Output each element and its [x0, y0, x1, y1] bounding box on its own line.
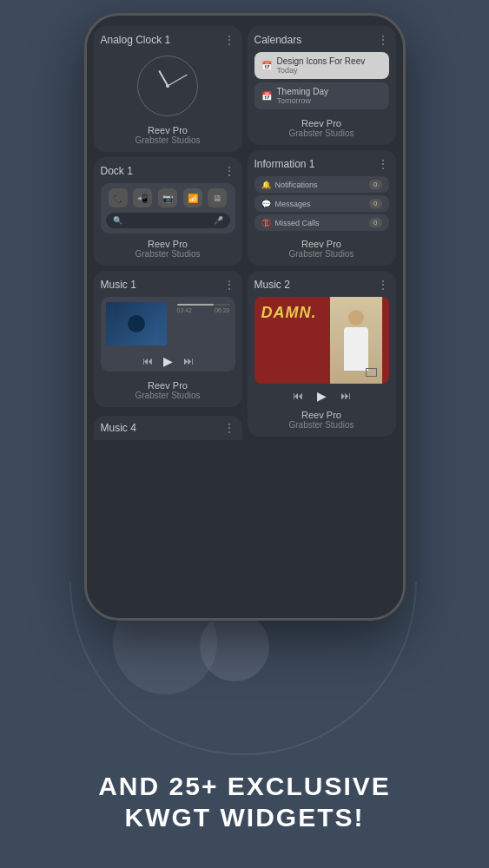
phone-screen: Analog Clock 1 ⋮ Reev Pro Grabster Studi…: [87, 16, 403, 618]
music1-play-button[interactable]: ▶: [163, 354, 173, 368]
right-column: Calendars ⋮ 📅 Design Icons For Reev Toda…: [248, 26, 396, 611]
music2-footer-sub: Grabster Studios: [254, 420, 389, 430]
dock-menu-icon[interactable]: ⋮: [223, 164, 235, 178]
calendars-footer: Reev Pro Grabster Studios: [254, 113, 389, 138]
music4-menu-icon[interactable]: ⋮: [223, 421, 235, 435]
clock-minute-hand: [168, 75, 188, 87]
dock-icon-browser[interactable]: 🖥: [208, 188, 227, 207]
music1-player: 03:42 06:20 ⏮ ▶ ⏭: [101, 297, 235, 372]
calendars-title: Calendars: [254, 34, 302, 46]
missed-calls-icon: 📵: [261, 219, 271, 227]
music2-title: Music 2: [254, 279, 290, 291]
dock-header: Dock 1 ⋮: [101, 164, 235, 178]
information-footer-title: Reev Pro: [254, 239, 389, 249]
calendar-item-2[interactable]: 📅 Theming Day Tomorrow: [254, 82, 389, 109]
dock-icon-wifi[interactable]: 📶: [183, 188, 202, 207]
music1-header: Music 1 ⋮: [101, 278, 235, 292]
cal-text-2: Theming Day Tomorrow: [277, 87, 382, 105]
cal-title-2: Theming Day: [277, 87, 382, 96]
dock-footer: Reev Pro Grabster Studios: [101, 233, 235, 259]
dock-icons-row: 📞 📲 📷 📶 🖥: [106, 188, 230, 207]
cal-icon-2: 📅: [261, 91, 272, 101]
analog-clock-title: Analog Clock 1: [101, 34, 171, 46]
music1-prev-button[interactable]: ⏮: [142, 355, 153, 367]
phone-frame: Analog Clock 1 ⋮ Reev Pro Grabster Studi…: [84, 13, 406, 621]
bottom-text-line2: KWGT WIDGETS!: [0, 802, 489, 833]
calendars-menu-icon[interactable]: ⋮: [377, 33, 389, 47]
information-title: Information 1: [254, 158, 315, 170]
music4-partial-widget: Music 4 ⋮: [94, 416, 242, 440]
music1-widget: Music 1 ⋮: [94, 271, 242, 407]
dock-footer-title: Reev Pro: [101, 239, 235, 249]
dock-mic-icon: 🎤: [214, 216, 223, 225]
damn-explicit-badge: E: [366, 368, 376, 377]
music2-rewind-button[interactable]: ⏮: [293, 390, 303, 402]
information-footer-sub: Grabster Studios: [254, 249, 389, 259]
dock-search-bar[interactable]: 🔍 🎤: [106, 213, 230, 228]
analog-clock-menu-icon[interactable]: ⋮: [223, 33, 235, 47]
cal-icon-1: 📅: [261, 61, 272, 70]
music1-time: 03:42 06:20: [177, 307, 230, 313]
information-header: Information 1 ⋮: [254, 157, 389, 171]
cal-title-1: Design Icons For Reev: [277, 56, 382, 66]
music1-footer: Reev Pro Grabster Studios: [101, 375, 235, 400]
dock-footer-sub: Grabster Studios: [101, 249, 235, 259]
analog-clock-header: Analog Clock 1 ⋮: [101, 33, 235, 47]
music1-footer-sub: Grabster Studios: [101, 391, 235, 400]
music2-menu-icon[interactable]: ⋮: [377, 278, 389, 292]
music1-album-art: [106, 302, 167, 345]
calendars-widget: Calendars ⋮ 📅 Design Icons For Reev Toda…: [248, 26, 396, 145]
widget-grid: Analog Clock 1 ⋮ Reev Pro Grabster Studi…: [94, 26, 396, 611]
notifications-count: 0: [369, 180, 381, 189]
music2-footer-title: Reev Pro: [254, 410, 389, 420]
calendars-footer-sub: Grabster Studios: [254, 128, 389, 138]
cal-text-1: Design Icons For Reev Today: [277, 56, 382, 75]
info-left-notifications: 🔔 Notifications: [261, 181, 318, 189]
music1-title: Music 1: [101, 279, 136, 291]
info-left-messages: 💬 Messages: [261, 200, 311, 208]
notification-icon: 🔔: [261, 181, 271, 189]
clock-center-dot: [166, 84, 169, 88]
music2-header: Music 2 ⋮: [254, 278, 389, 292]
bottom-text-line1: AND 25+ EXCLUSIVE: [0, 771, 489, 802]
music2-controls: ⏮ ▶ ⏭: [254, 387, 389, 404]
music2-album-art: DAMN. E: [254, 297, 389, 384]
music1-progress: [177, 304, 230, 306]
music1-current-time: 03:42: [177, 307, 193, 313]
music1-total-time: 06:20: [215, 307, 230, 313]
music4-title: Music 4: [101, 422, 136, 434]
dock-widget: Dock 1 ⋮ 📞 📲 📷 📶 🖥 🔍: [94, 157, 242, 266]
messages-count: 0: [369, 199, 381, 208]
cal-sub-2: Tomorrow: [277, 96, 382, 105]
information-menu-icon[interactable]: ⋮: [377, 157, 389, 171]
music2-forward-button[interactable]: ⏭: [340, 390, 351, 402]
analog-clock-footer-title: Reev Pro: [101, 125, 235, 135]
information-widget: Information 1 ⋮ 🔔 Notifications 0 💬: [248, 150, 396, 266]
bottom-text-section: AND 25+ EXCLUSIVE KWGT WIDGETS!: [0, 771, 489, 833]
analog-clock-footer: Reev Pro Grabster Studios: [101, 120, 235, 145]
info-row-notifications: 🔔 Notifications 0: [254, 176, 389, 193]
dock-icon-instagram[interactable]: 📷: [158, 188, 177, 207]
dock-body: 📞 📲 📷 📶 🖥 🔍 🎤: [101, 183, 235, 233]
information-footer: Reev Pro Grabster Studios: [254, 233, 389, 259]
info-row-missed-calls: 📵 Missed Calls 0: [254, 214, 389, 231]
clock-face: [137, 56, 198, 116]
dock-icon-recents[interactable]: 📲: [133, 188, 152, 207]
music2-widget: Music 2 ⋮ DAMN. E ⏮: [248, 271, 396, 437]
dock-title: Dock 1: [101, 165, 133, 177]
analog-clock-widget: Analog Clock 1 ⋮ Reev Pro Grabster Studi…: [94, 26, 242, 152]
music1-progress-fill: [177, 304, 215, 306]
missed-calls-label: Missed Calls: [275, 219, 320, 227]
music1-footer-title: Reev Pro: [101, 380, 235, 391]
music2-play-button[interactable]: ▶: [317, 389, 327, 403]
analog-clock-footer-sub: Grabster Studios: [101, 135, 235, 145]
music1-menu-icon[interactable]: ⋮: [223, 278, 235, 292]
info-row-messages: 💬 Messages 0: [254, 195, 389, 212]
calendar-item-1[interactable]: 📅 Design Icons For Reev Today: [254, 52, 389, 79]
music1-next-button[interactable]: ⏭: [183, 355, 194, 367]
calendars-footer-title: Reev Pro: [254, 118, 389, 128]
dock-icon-phone[interactable]: 📞: [109, 188, 128, 207]
calendars-header: Calendars ⋮: [254, 33, 389, 47]
music2-footer: Reev Pro Grabster Studios: [254, 404, 389, 430]
dock-search-icon: 🔍: [113, 216, 122, 225]
